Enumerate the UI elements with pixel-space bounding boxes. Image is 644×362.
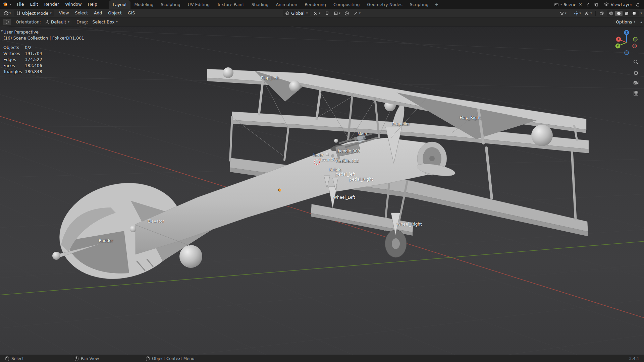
shading-material-button[interactable] xyxy=(623,11,630,16)
mouse-right-icon xyxy=(146,356,150,361)
gizmo-axis-z[interactable] xyxy=(625,51,629,55)
show-gizmo-toggle[interactable]: ▾ xyxy=(573,11,582,16)
shading-wireframe-button[interactable] xyxy=(607,11,615,16)
editor-type-button[interactable]: ▾ xyxy=(3,10,12,16)
wheel-left-empty-cone xyxy=(329,187,337,208)
tab-rendering[interactable]: Rendering xyxy=(301,0,330,9)
object-visibility-filter[interactable]: ▾ xyxy=(558,11,568,16)
collapse-region-chevron[interactable]: ◂ xyxy=(640,20,642,24)
gizmo-axis-y[interactable] xyxy=(633,37,637,41)
pin-button[interactable] xyxy=(585,2,591,7)
show-overlays-toggle[interactable]: ▾ xyxy=(584,11,593,16)
overlays-caret-icon: ▾ xyxy=(590,12,592,15)
active-collection: (16) Scene Collection | FokkerDR1.001 xyxy=(3,35,84,41)
menu-help[interactable]: Help xyxy=(85,0,100,9)
add-workspace-button[interactable]: + xyxy=(432,0,441,9)
tab-geometry-nodes[interactable]: Geometry Nodes xyxy=(363,0,406,9)
proportional-editing-toggle[interactable] xyxy=(343,11,350,16)
viewport-menu-select[interactable]: Select xyxy=(72,9,91,17)
orientation-caret-icon: ▾ xyxy=(306,12,308,15)
topbar: ▾ FileEditRenderWindowHelp LayoutModelin… xyxy=(0,0,644,9)
blender-logo xyxy=(3,2,9,7)
scene-unlink-button[interactable]: × xyxy=(578,2,583,7)
blender-version: 3.4.1 xyxy=(629,355,639,362)
navigation-gizmo[interactable]: ZXY xyxy=(614,30,639,56)
viewlayer-icon xyxy=(604,2,609,7)
topbar-right: ▾ Scene × ViewLayer xyxy=(554,2,644,7)
tab-layout[interactable]: Layout xyxy=(109,0,131,9)
options-label: Options xyxy=(616,19,632,24)
shading-caret-icon[interactable]: ▾ xyxy=(640,12,642,15)
tab-modeling[interactable]: Modeling xyxy=(130,0,157,9)
proportional-falloff-selector[interactable]: ▾ xyxy=(353,11,362,16)
new-viewlayer-button[interactable] xyxy=(634,2,641,7)
mode-selector[interactable]: Object Mode ▾ xyxy=(14,10,54,16)
viewport-menu-object[interactable]: Object xyxy=(105,9,125,17)
pan-button[interactable] xyxy=(632,68,640,76)
active-tool-button[interactable] xyxy=(3,19,11,25)
tab-uv-editing[interactable]: UV Editing xyxy=(184,0,213,9)
xray-toggle[interactable] xyxy=(598,11,605,16)
viewport-menu-view[interactable]: View xyxy=(56,9,72,17)
shading-wireframe-icon xyxy=(609,11,613,16)
3d-viewport[interactable]: User Perspective (16) Scene Collection |… xyxy=(0,26,644,355)
menu-window[interactable]: Window xyxy=(62,0,85,9)
app-menu-caret-icon: ▾ xyxy=(10,3,11,6)
new-scene-button[interactable] xyxy=(593,2,599,7)
tab-animation[interactable]: Animation xyxy=(272,0,301,9)
tab-scripting[interactable]: Scripting xyxy=(406,0,432,9)
stat-edges: Edges374,522 xyxy=(3,57,84,63)
editor-type-caret-icon: ▾ xyxy=(9,12,11,15)
snap-target-selector[interactable]: ▾ xyxy=(333,11,341,16)
tail-control-sphere[interactable] xyxy=(179,245,202,268)
status-hint-select: Select xyxy=(5,355,24,362)
tab-texture-paint[interactable]: Texture Paint xyxy=(213,0,248,9)
scene-statistics: Objects0/2Vertices191,704Edges374,522Fac… xyxy=(3,45,84,75)
transform-orientation-selector[interactable]: Global ▾ xyxy=(283,10,310,16)
snap-toggle[interactable] xyxy=(324,11,330,16)
proportional-editing-icon xyxy=(344,11,349,16)
viewport-canvas[interactable] xyxy=(0,26,644,355)
gizmo-axis-x[interactable] xyxy=(633,44,637,48)
scene-icon xyxy=(554,2,559,7)
stat-label: Edges xyxy=(3,57,25,63)
menu-edit[interactable]: Edit xyxy=(27,0,41,9)
menu-file[interactable]: File xyxy=(14,0,27,9)
shading-rendered-button[interactable] xyxy=(631,11,638,16)
airplane-model[interactable] xyxy=(49,67,589,292)
zoom-button[interactable] xyxy=(632,58,640,66)
scene-selector[interactable]: ▾ Scene × xyxy=(554,2,583,7)
tool-orientation-selector[interactable]: Default ▾ xyxy=(43,19,72,25)
menu-render[interactable]: Render xyxy=(41,0,62,9)
pivot-caret-icon: ▾ xyxy=(319,12,320,15)
stat-value: 191,704 xyxy=(25,51,42,57)
snap-increment-icon xyxy=(334,11,338,15)
separator xyxy=(595,11,596,16)
shading-solid-button[interactable] xyxy=(615,11,623,16)
stat-value: 374,522 xyxy=(25,57,42,63)
blender-app-menu[interactable]: ▾ xyxy=(0,2,14,7)
status-hint-label: Object Context Menu xyxy=(152,356,195,361)
object-origin-dot[interactable] xyxy=(278,189,281,191)
status-bar: 3.4.1 SelectPan ViewObject Context Menu xyxy=(0,355,644,362)
viewport-info-overlay: User Perspective (16) Scene Collection |… xyxy=(3,29,84,75)
expand-toolbar-chevron[interactable]: ▸ xyxy=(1,28,3,32)
viewlayer-selector[interactable]: ViewLayer xyxy=(604,2,632,7)
viewport-menu-gis[interactable]: GIS xyxy=(125,9,138,17)
xray-icon xyxy=(599,11,604,16)
drag-setting-label: Drag: xyxy=(76,19,88,24)
options-button[interactable]: Options ▾ xyxy=(613,19,638,25)
stat-vertices: Vertices191,704 xyxy=(3,51,84,57)
pivot-point-selector[interactable]: ▾ xyxy=(312,11,321,16)
status-hint-pan-view: Pan View xyxy=(75,355,99,362)
copy-icon xyxy=(594,2,598,7)
toggle-orthographic-button[interactable] xyxy=(632,89,640,97)
viewport-menu-add[interactable]: Add xyxy=(91,9,105,17)
mode-label: Object Mode xyxy=(22,11,49,16)
drag-mode-selector[interactable]: Select Box ▾ xyxy=(90,19,120,25)
stat-value: 0/2 xyxy=(25,45,32,51)
tab-sculpting[interactable]: Sculpting xyxy=(157,0,184,9)
tab-compositing[interactable]: Compositing xyxy=(330,0,363,9)
camera-view-button[interactable] xyxy=(632,79,640,87)
tab-shading[interactable]: Shading xyxy=(248,0,272,9)
